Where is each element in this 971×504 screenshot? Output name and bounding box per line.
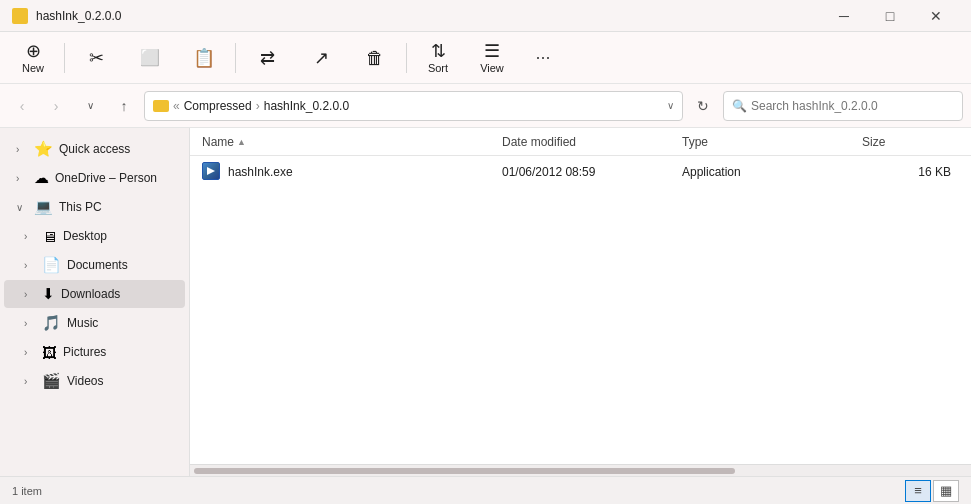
- sidebar-item-downloads[interactable]: › ⬇ Downloads: [4, 280, 185, 308]
- more-options-button[interactable]: ···: [525, 40, 561, 76]
- file-name: hashInk.exe: [228, 165, 293, 179]
- toolbar-divider-1: [64, 43, 65, 73]
- sidebar-item-label: OneDrive – Person: [55, 171, 157, 185]
- onedrive-icon: ☁: [34, 169, 49, 187]
- grid-view-button[interactable]: ▦: [933, 480, 959, 502]
- path-sep-2: ›: [256, 99, 260, 113]
- sidebar-item-quick-access[interactable]: › ⭐ Quick access: [4, 135, 185, 163]
- delete-icon: 🗑: [366, 49, 384, 67]
- sidebar-item-music[interactable]: › 🎵 Music: [4, 309, 185, 337]
- search-input[interactable]: [751, 99, 954, 113]
- new-label: New: [22, 62, 44, 74]
- sidebar-item-pictures[interactable]: › 🖼 Pictures: [4, 338, 185, 366]
- documents-icon: 📄: [42, 256, 61, 274]
- sidebar-item-this-pc[interactable]: ∨ 💻 This PC: [4, 193, 185, 221]
- quick-access-icon: ⭐: [34, 140, 53, 158]
- scrollbar-thumb[interactable]: [194, 468, 735, 474]
- paste-icon: 📋: [193, 49, 215, 67]
- col-header-size[interactable]: Size: [862, 135, 959, 149]
- share-button[interactable]: ↗: [296, 36, 346, 80]
- app-icon: [12, 8, 28, 24]
- view-toggle-buttons: ≡ ▦: [905, 480, 959, 502]
- sidebar-item-label: Pictures: [63, 345, 106, 359]
- search-icon: 🔍: [732, 99, 747, 113]
- videos-icon: 🎬: [42, 372, 61, 390]
- horizontal-scrollbar[interactable]: [190, 464, 971, 476]
- grid-view-icon: ▦: [940, 483, 952, 498]
- sidebar-item-label: Documents: [67, 258, 128, 272]
- chevron-icon: ∨: [16, 202, 28, 213]
- col-header-date[interactable]: Date modified: [502, 135, 682, 149]
- breadcrumb-current: hashInk_0.2.0.0: [264, 99, 349, 113]
- title-bar: hashInk_0.2.0.0 ─ □ ✕: [0, 0, 971, 32]
- sort-arrow-icon: ▲: [237, 137, 246, 147]
- file-date-cell: 01/06/2012 08:59: [502, 165, 682, 179]
- refresh-button[interactable]: ↻: [689, 92, 717, 120]
- sidebar-item-label: Quick access: [59, 142, 130, 156]
- col-size-label: Size: [862, 135, 885, 149]
- sidebar-item-videos[interactable]: › 🎬 Videos: [4, 367, 185, 395]
- toolbar-divider-3: [406, 43, 407, 73]
- col-header-name[interactable]: Name ▲: [202, 135, 502, 149]
- downloads-icon: ⬇: [42, 285, 55, 303]
- list-view-button[interactable]: ≡: [905, 480, 931, 502]
- breadcrumb-compressed: Compressed: [184, 99, 252, 113]
- move-icon: ⇄: [260, 49, 275, 67]
- toolbar: ⊕ New ✂ ⬜ 📋 ⇄ ↗ 🗑 ⇅ Sort ☰ View ···: [0, 32, 971, 84]
- chevron-icon: ›: [16, 144, 28, 155]
- file-size-cell: 16 KB: [862, 165, 959, 179]
- window-title: hashInk_0.2.0.0: [36, 9, 121, 23]
- list-view-icon: ≡: [914, 483, 922, 498]
- view-label: View: [480, 62, 504, 74]
- new-icon: ⊕: [26, 42, 41, 60]
- copy-button[interactable]: ⬜: [125, 36, 175, 80]
- delete-button[interactable]: 🗑: [350, 36, 400, 80]
- up-button[interactable]: ↑: [110, 92, 138, 120]
- minimize-button[interactable]: ─: [821, 0, 867, 32]
- exe-file-icon: [202, 162, 222, 182]
- chevron-icon: ›: [24, 376, 36, 387]
- col-name-label: Name: [202, 135, 234, 149]
- address-path[interactable]: « Compressed › hashInk_0.2.0.0 ∨: [144, 91, 683, 121]
- file-type-cell: Application: [682, 165, 862, 179]
- maximize-button[interactable]: □: [867, 0, 913, 32]
- chevron-icon: ›: [24, 231, 36, 242]
- sidebar-item-label: Desktop: [63, 229, 107, 243]
- cut-icon: ✂: [89, 49, 104, 67]
- sidebar-item-desktop[interactable]: › 🖥 Desktop: [4, 222, 185, 250]
- file-list-header: Name ▲ Date modified Type Size: [190, 128, 971, 156]
- title-bar-left: hashInk_0.2.0.0: [12, 8, 121, 24]
- path-dropdown-arrow: ∨: [667, 100, 674, 111]
- close-button[interactable]: ✕: [913, 0, 959, 32]
- sidebar-item-documents[interactable]: › 📄 Documents: [4, 251, 185, 279]
- sidebar-item-label: Downloads: [61, 287, 120, 301]
- new-button[interactable]: ⊕ New: [8, 36, 58, 80]
- search-box[interactable]: 🔍: [723, 91, 963, 121]
- move-button[interactable]: ⇄: [242, 36, 292, 80]
- paste-button[interactable]: 📋: [179, 36, 229, 80]
- sort-button[interactable]: ⇅ Sort: [413, 36, 463, 80]
- table-row[interactable]: hashInk.exe 01/06/2012 08:59 Application…: [190, 156, 971, 188]
- col-type-label: Type: [682, 135, 708, 149]
- toolbar-divider-2: [235, 43, 236, 73]
- sidebar-item-onedrive[interactable]: › ☁ OneDrive – Person: [4, 164, 185, 192]
- recent-button[interactable]: ∨: [76, 92, 104, 120]
- back-button[interactable]: ‹: [8, 92, 36, 120]
- address-bar: ‹ › ∨ ↑ « Compressed › hashInk_0.2.0.0 ∨…: [0, 84, 971, 128]
- chevron-icon: ›: [24, 260, 36, 271]
- main-area: › ⭐ Quick access › ☁ OneDrive – Person ∨…: [0, 128, 971, 476]
- sidebar-item-label: Videos: [67, 374, 103, 388]
- desktop-icon: 🖥: [42, 228, 57, 245]
- sort-label: Sort: [428, 62, 448, 74]
- chevron-icon: ›: [16, 173, 28, 184]
- view-button[interactable]: ☰ View: [467, 36, 517, 80]
- sidebar: › ⭐ Quick access › ☁ OneDrive – Person ∨…: [0, 128, 190, 476]
- status-count: 1 item: [12, 485, 42, 497]
- view-icon: ☰: [484, 42, 500, 60]
- cut-button[interactable]: ✂: [71, 36, 121, 80]
- path-sep-1: «: [173, 99, 180, 113]
- copy-icon: ⬜: [140, 50, 160, 66]
- file-area: Name ▲ Date modified Type Size hashInk.e…: [190, 128, 971, 476]
- col-header-type[interactable]: Type: [682, 135, 862, 149]
- forward-button[interactable]: ›: [42, 92, 70, 120]
